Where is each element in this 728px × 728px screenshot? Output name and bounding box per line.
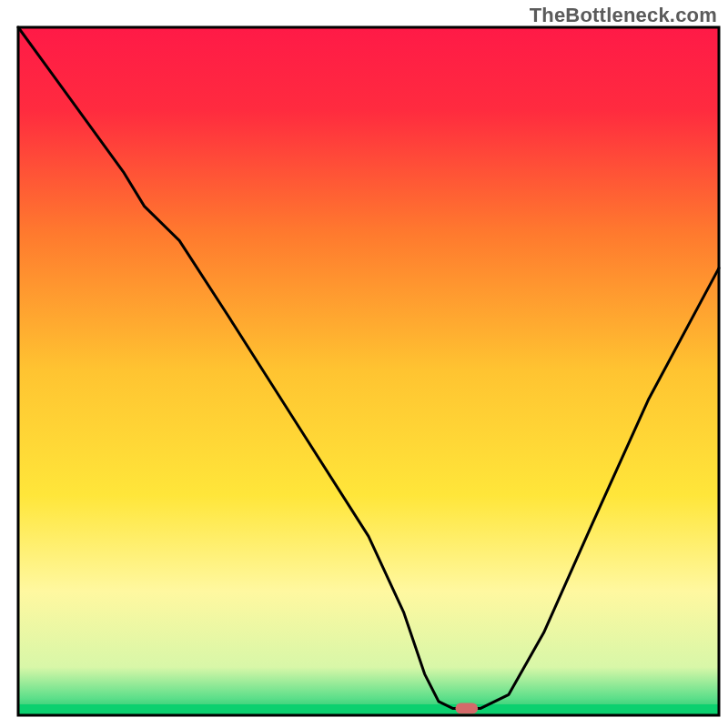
bottleneck-chart: [0, 0, 728, 728]
optimal-point-marker: [456, 703, 479, 713]
chart-bottom-strip: [18, 704, 719, 715]
chart-stage: TheBottleneck.com: [0, 0, 728, 728]
chart-background-gradient: [18, 27, 719, 715]
